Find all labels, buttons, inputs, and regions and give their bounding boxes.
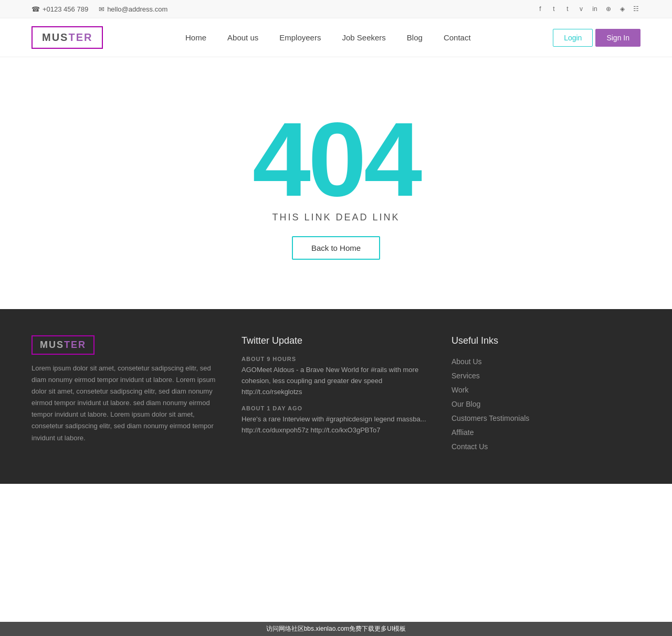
footer-link-about[interactable]: About Us <box>452 356 640 367</box>
signin-button[interactable]: Sign In <box>595 29 640 47</box>
header-auth-buttons: Login Sign In <box>553 29 640 47</box>
tweet-2-time: ABOUT 1 DAY AGO <box>242 405 430 411</box>
phone-icon: ☎ <box>32 5 40 13</box>
phone-info: ☎ +0123 456 789 <box>32 5 88 13</box>
footer-link-work[interactable]: Work <box>452 384 640 396</box>
main-nav: Home About us Employeers Job Seekers Blo… <box>175 28 481 47</box>
email-address: hello@address.com <box>107 5 167 13</box>
footer-links-col: Useful Inks About Us Services Work Our B… <box>452 335 640 452</box>
nav-contact[interactable]: Contact <box>433 28 481 47</box>
vimeo-icon[interactable]: v <box>576 4 586 14</box>
useful-links-title: Useful Inks <box>452 335 640 346</box>
rss-icon[interactable]: ☷ <box>631 4 640 14</box>
back-to-home-button[interactable]: Back to Home <box>292 236 380 260</box>
nav-about[interactable]: About us <box>217 28 269 47</box>
logo[interactable]: MUSTER <box>32 26 103 49</box>
tweet-1: ABOUT 9 HOURS AGOMeet Aldous - a Brave N… <box>242 356 430 397</box>
top-bar: ☎ +0123 456 789 ✉ hello@address.com f t … <box>0 0 672 18</box>
nav-blog[interactable]: Blog <box>396 28 433 47</box>
footer: MUSTER Lorem ipsum dolor sit amet, conse… <box>0 309 672 484</box>
error-message: THIS LINK DEAD LINK <box>272 212 400 223</box>
footer-link-affliate[interactable]: Affliate <box>452 427 640 438</box>
tweet-2-text: Here's a rare Interview with #graphicdes… <box>242 414 430 436</box>
linkedin-icon[interactable]: in <box>590 4 600 14</box>
header: MUSTER Home About us Employeers Job Seek… <box>0 18 672 57</box>
footer-link-contact[interactable]: Contact Us <box>452 441 640 452</box>
nav-home[interactable]: Home <box>175 28 217 47</box>
footer-logo-ter: TER <box>64 340 86 350</box>
error-code: 404 <box>253 107 420 212</box>
footer-about-col: MUSTER Lorem ipsum dolor sit amet, conse… <box>32 335 220 452</box>
tweet-1-text: AGOMeet Aldous - a Brave New World for #… <box>242 365 430 397</box>
tumblr-icon[interactable]: t <box>563 4 572 14</box>
facebook-icon[interactable]: f <box>536 4 545 14</box>
instagram-icon[interactable]: ◈ <box>617 4 627 14</box>
social-icons: f t t v in ⊕ ◈ ☷ <box>536 4 640 14</box>
footer-link-testimonials[interactable]: Customers Testimonials <box>452 412 640 424</box>
phone-number: +0123 456 789 <box>43 5 88 13</box>
footer-link-blog[interactable]: Our Blog <box>452 398 640 410</box>
logo-ter: TER <box>68 31 92 43</box>
footer-logo-mus: MUS <box>40 340 64 350</box>
footer-description: Lorem ipsum dolor sit amet, consetetur s… <box>32 363 220 444</box>
footer-links-list: About Us Services Work Our Blog Customer… <box>452 356 640 452</box>
twitter-icon[interactable]: t <box>549 4 559 14</box>
nav-jobseekers[interactable]: Job Seekers <box>331 28 396 47</box>
email-info: ✉ hello@address.com <box>99 5 167 13</box>
dribbble-icon[interactable]: ⊕ <box>604 4 613 14</box>
twitter-title: Twitter Update <box>242 335 430 346</box>
footer-link-services[interactable]: Services <box>452 370 640 381</box>
tweet-1-time: ABOUT 9 HOURS <box>242 356 430 362</box>
nav-employeers[interactable]: Employeers <box>269 28 331 47</box>
top-bar-contact: ☎ +0123 456 789 ✉ hello@address.com <box>32 5 167 13</box>
login-button[interactable]: Login <box>553 29 593 47</box>
error-section: 404 THIS LINK DEAD LINK Back to Home <box>0 57 672 309</box>
footer-logo: MUSTER <box>32 335 94 355</box>
footer-twitter-col: Twitter Update ABOUT 9 HOURS AGOMeet Ald… <box>242 335 430 452</box>
email-icon: ✉ <box>99 5 104 13</box>
tweet-2: ABOUT 1 DAY AGO Here's a rare Interview … <box>242 405 430 436</box>
footer-grid: MUSTER Lorem ipsum dolor sit amet, conse… <box>32 335 640 452</box>
logo-mus: MUS <box>42 31 68 43</box>
